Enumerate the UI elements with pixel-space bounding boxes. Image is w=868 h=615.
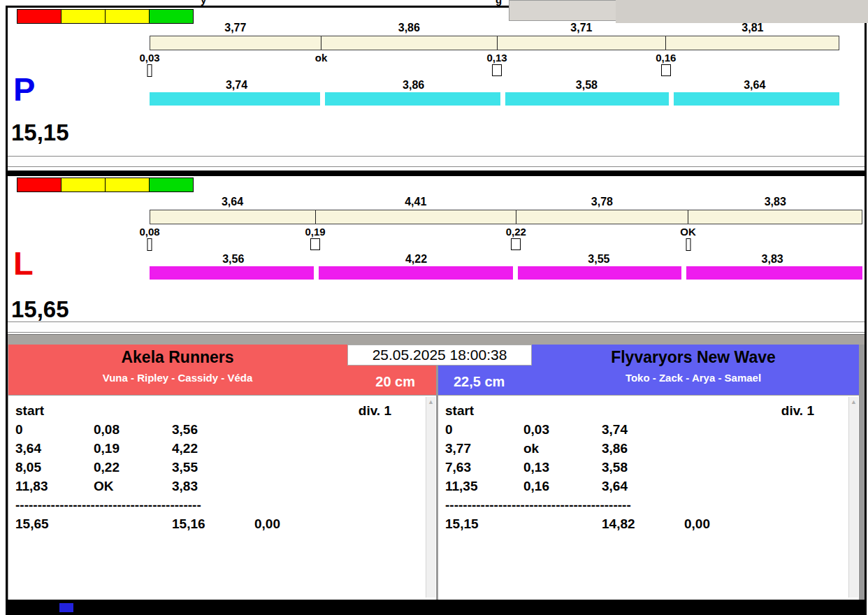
team-panel-right: Flyvaryors New Wave Toko - Zack - Arya -…	[438, 345, 859, 600]
scroll-up-arrow[interactable]: ▲	[426, 398, 435, 405]
light-red	[17, 9, 62, 24]
light-yellow	[61, 9, 106, 24]
upper-split-times: 3,64 4,41 3,78 3,83	[150, 194, 862, 210]
main-window: P 15,15 3,77 3,86 3,71 3,81 0,03 ok 0,13…	[6, 6, 867, 615]
change-time: 0,19	[94, 441, 172, 456]
split-time: 4,22	[317, 252, 516, 266]
split-time: 3,64	[670, 78, 839, 92]
clipped-menu-text: g	[496, 0, 502, 6]
split-time: 3,55	[172, 460, 254, 475]
split-time: 4,22	[172, 441, 254, 456]
split-time: 3,78	[516, 194, 688, 210]
lane-bars: 3,77 3,86 3,71 3,81 0,03 ok 0,13 0,16	[150, 20, 839, 106]
lane-letter: P	[13, 72, 35, 107]
marker-cell	[666, 64, 839, 78]
blue-indicator-chip	[59, 603, 73, 612]
cumulative-time: 0	[15, 422, 94, 437]
scroll-up-arrow[interactable]: ▲	[849, 398, 858, 405]
split-time: 3,56	[150, 252, 317, 266]
change-time: 0,19	[305, 226, 325, 238]
change-time: 0,08	[139, 226, 159, 238]
change-time: 0,22	[506, 226, 526, 238]
light-yellow	[105, 9, 150, 24]
change-marker	[147, 64, 152, 77]
cumulative-time: 11,83	[15, 479, 94, 494]
marker-cell	[688, 238, 862, 252]
bar-segment	[497, 36, 665, 50]
change-marker	[661, 64, 671, 76]
totals-row: 15,15 14,82 0,00	[445, 514, 859, 533]
change-cell: ok	[321, 50, 497, 64]
split-time: 3,74	[602, 422, 684, 437]
bar-segment	[516, 210, 688, 224]
change-time: 0,08	[94, 422, 172, 437]
bar-segment	[150, 210, 315, 224]
light-yellow	[61, 178, 106, 192]
split-time: 3,55	[515, 252, 682, 266]
bar-segment	[686, 266, 862, 280]
change-cell: 0,08	[150, 224, 315, 238]
bottom-black-bar	[8, 600, 865, 615]
split-time: 3,64	[602, 479, 684, 494]
marker-cell	[516, 238, 688, 252]
bar-segment	[150, 36, 321, 50]
lane-total-time: 15,15	[11, 120, 69, 146]
lane-total-time: 15,65	[11, 296, 69, 323]
marker-cell	[321, 64, 497, 78]
bar-segment	[315, 210, 516, 224]
separator-dashes: ----------------------------------------…	[445, 495, 859, 514]
split-time: 4,41	[315, 194, 516, 210]
team-name: Akela Runners	[8, 345, 347, 367]
traffic-lights	[17, 178, 194, 192]
change-times-row: 0,08 0,19 0,22 OK	[150, 224, 862, 238]
change-marker	[511, 238, 521, 250]
light-red	[17, 178, 62, 192]
scrollbar[interactable]: ▲	[848, 397, 858, 598]
jump-height: 20 cm	[375, 374, 415, 390]
start-label: start	[15, 403, 94, 419]
marker-cell	[315, 238, 516, 252]
bar-segment	[688, 210, 862, 224]
result-row: 0 0,08 3,56	[15, 420, 436, 439]
split-time: 3,56	[172, 422, 254, 437]
bar-segment	[319, 266, 513, 280]
bar-segment	[150, 92, 320, 106]
change-cell: 0,13	[497, 50, 666, 64]
section-separator	[8, 334, 865, 345]
change-times-row: 0,03 ok 0,13 0,16	[150, 50, 839, 64]
penalty-time: 0,00	[254, 516, 333, 532]
upper-progress-bar	[150, 210, 862, 224]
bar-segment	[325, 92, 501, 106]
lower-progress-bar	[150, 266, 862, 280]
change-time: OK	[94, 479, 172, 494]
split-time: 3,83	[172, 479, 254, 494]
split-time: 3,74	[150, 78, 324, 92]
split-time: 3,83	[688, 194, 862, 210]
lane-bars: 3,64 4,41 3,78 3,83 0,08 0,19 0,22 OK	[150, 194, 862, 280]
division-label: div. 1	[781, 403, 859, 419]
light-green	[149, 178, 194, 192]
change-time: 0,13	[523, 460, 602, 475]
change-marker	[310, 238, 320, 250]
team-panel-left: Akela Runners Vuna - Ripley - Cassidy - …	[8, 345, 436, 600]
results-header-row: start div. 1	[445, 401, 859, 420]
results-header-row: start div. 1	[15, 401, 436, 420]
lane-letter: L	[13, 246, 34, 281]
scrollbar[interactable]: ▲	[426, 397, 435, 598]
separator-dashes: ----------------------------------------…	[15, 495, 436, 514]
split-time: 3,83	[682, 252, 862, 266]
lower-split-times: 3,74 3,86 3,58 3,64	[150, 78, 839, 92]
marker-cell	[150, 238, 315, 252]
split-time: 3,58	[602, 460, 684, 475]
split-time: 3,86	[602, 441, 684, 456]
result-row: 11,83 OK 3,83	[15, 477, 436, 495]
change-cell: OK	[688, 224, 862, 238]
lane-separator	[8, 171, 865, 176]
lower-split-times: 3,56 4,22 3,55 3,83	[150, 252, 862, 266]
result-row: 0 0,03 3,74	[445, 420, 859, 439]
team-members: Toko - Zack - Arya - Samael	[528, 372, 859, 384]
change-time: OK	[680, 226, 696, 238]
change-time: 0,03	[523, 422, 602, 437]
cumulative-time: 0	[445, 422, 523, 437]
change-time: 0,16	[656, 52, 676, 64]
